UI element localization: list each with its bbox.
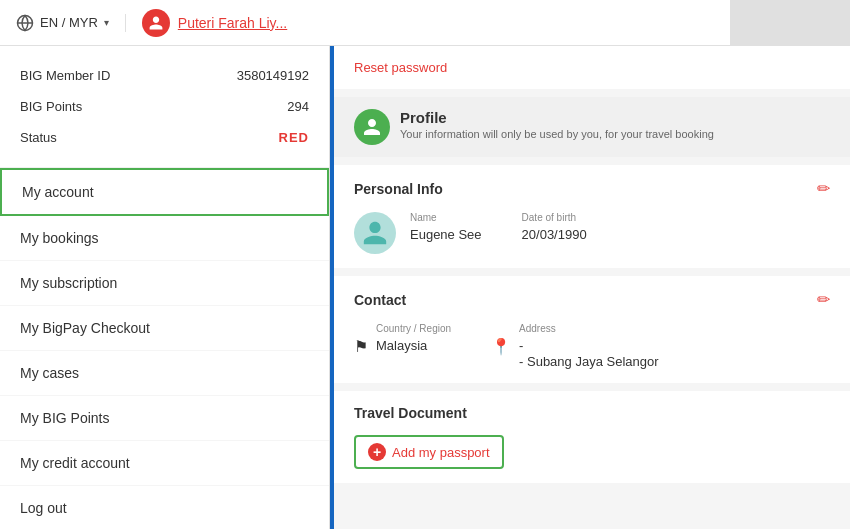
person-avatar <box>354 212 396 254</box>
status-value: RED <box>279 130 309 145</box>
chevron-down-icon: ▾ <box>104 17 109 28</box>
name-value: Eugene See <box>410 227 482 242</box>
big-member-id-label: BIG Member ID <box>20 68 110 83</box>
sidebar-item-my-credit[interactable]: My credit account <box>0 441 329 486</box>
personal-info-row: Name Eugene See Date of birth 20/03/1990 <box>354 212 830 254</box>
address-info: Address - - Subang Jaya Selangor <box>519 323 658 369</box>
contact-title: Contact <box>354 292 406 308</box>
personal-info-card: Personal Info ✏ Name Eugene See Date of … <box>334 165 850 268</box>
status-label: Status <box>20 130 57 145</box>
contact-header: Contact ✏ <box>354 290 830 309</box>
profile-text: Profile Your information will only be us… <box>400 109 714 140</box>
info-fields: Name Eugene See Date of birth 20/03/1990 <box>410 212 830 242</box>
big-member-id-value: 3580149192 <box>237 68 309 83</box>
language-selector[interactable]: EN / MYR ▾ <box>16 14 126 32</box>
dob-value: 20/03/1990 <box>522 227 587 242</box>
flag-icon: ⚑ <box>354 337 368 356</box>
add-passport-label: Add my passport <box>392 445 490 460</box>
sidebar-nav: My accountMy bookingsMy subscriptionMy B… <box>0 168 329 529</box>
address-label: Address <box>519 323 658 334</box>
contact-edit-icon[interactable]: ✏ <box>817 290 830 309</box>
address-line2: - Subang Jaya Selangor <box>519 354 658 369</box>
sidebar-item-my-cases[interactable]: My cases <box>0 351 329 396</box>
sidebar-item-my-account[interactable]: My account <box>0 168 329 216</box>
country-label: Country / Region <box>376 323 451 334</box>
travel-document-card: Travel Document + Add my passport <box>334 391 850 483</box>
profile-icon <box>354 109 390 145</box>
profile-title: Profile <box>400 109 714 126</box>
user-name-label: Puteri Farah Liy... <box>178 15 287 31</box>
reset-password-bar: Reset password <box>334 46 850 89</box>
sidebar-item-my-subscription[interactable]: My subscription <box>0 261 329 306</box>
sidebar-info-panel: BIG Member ID 3580149192 BIG Points 294 … <box>0 46 329 168</box>
personal-info-edit-icon[interactable]: ✏ <box>817 179 830 198</box>
plus-circle-icon: + <box>368 443 386 461</box>
country-value: Malaysia <box>376 338 427 353</box>
big-points-row: BIG Points 294 <box>20 91 309 122</box>
user-menu[interactable]: Puteri Farah Liy... <box>126 9 287 37</box>
status-row: Status RED <box>20 122 309 153</box>
sidebar-item-my-bookings[interactable]: My bookings <box>0 216 329 261</box>
name-label: Name <box>410 212 482 223</box>
main-layout: BIG Member ID 3580149192 BIG Points 294 … <box>0 46 850 529</box>
profile-person-icon <box>362 117 382 137</box>
location-icon: 📍 <box>491 337 511 356</box>
big-member-id-row: BIG Member ID 3580149192 <box>20 60 309 91</box>
user-avatar <box>142 9 170 37</box>
personal-info-header: Personal Info ✏ <box>354 179 830 198</box>
dob-field: Date of birth 20/03/1990 <box>522 212 587 242</box>
dob-label: Date of birth <box>522 212 587 223</box>
address-line1: - <box>519 338 523 353</box>
personal-info-title: Personal Info <box>354 181 443 197</box>
globe-icon <box>16 14 34 32</box>
content-area: Reset password Profile Your information … <box>334 46 850 529</box>
name-field: Name Eugene See <box>410 212 482 242</box>
contact-card: Contact ✏ ⚑ Country / Region Malaysia 📍 … <box>334 276 850 383</box>
lang-label: EN / MYR <box>40 15 98 30</box>
travel-document-title: Travel Document <box>354 405 830 421</box>
sidebar-item-my-big-points[interactable]: My BIG Points <box>0 396 329 441</box>
big-points-label: BIG Points <box>20 99 82 114</box>
country-field: ⚑ Country / Region Malaysia <box>354 323 451 369</box>
reset-password-button[interactable]: Reset password <box>354 60 447 75</box>
top-right-decoration <box>730 0 850 46</box>
profile-subtitle: Your information will only be used by yo… <box>400 128 714 140</box>
contact-row: ⚑ Country / Region Malaysia 📍 Address - … <box>354 323 830 369</box>
header: EN / MYR ▾ Puteri Farah Liy... <box>0 0 850 46</box>
address-field: 📍 Address - - Subang Jaya Selangor <box>491 323 658 369</box>
avatar-icon <box>361 219 389 247</box>
big-points-value: 294 <box>287 99 309 114</box>
sidebar-item-log-out[interactable]: Log out <box>0 486 329 529</box>
country-info: Country / Region Malaysia <box>376 323 451 353</box>
add-passport-button[interactable]: + Add my passport <box>354 435 504 469</box>
sidebar-item-my-bigpay[interactable]: My BigPay Checkout <box>0 306 329 351</box>
sidebar: BIG Member ID 3580149192 BIG Points 294 … <box>0 46 330 529</box>
profile-section: Profile Your information will only be us… <box>334 97 850 157</box>
